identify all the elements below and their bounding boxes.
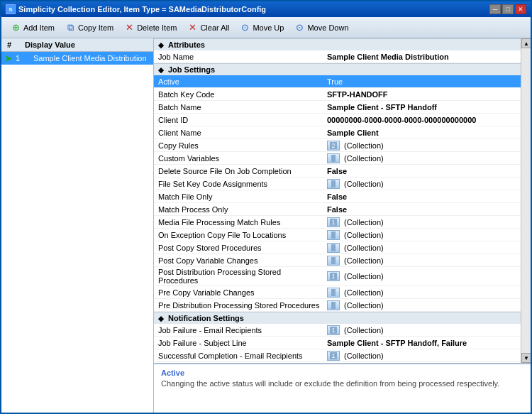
list-body: ➤ 1 Sample Client Media Distribution	[1, 52, 153, 413]
prop-batch-name-label: Batch Name	[154, 102, 324, 112]
right-panel: ◆ Attributes Job Name Sample Client Medi…	[154, 38, 531, 413]
collapse-attributes-icon[interactable]: ◆	[158, 41, 164, 49]
section-job-settings-label: Job Settings	[168, 65, 215, 74]
list-header: # Display Value	[1, 38, 153, 52]
prop-pre-copy-variable[interactable]: Pre Copy Variable Changes (Collection)	[154, 286, 521, 299]
scroll-down-button[interactable]: ▼	[521, 353, 531, 363]
move-down-label: Move Down	[307, 23, 348, 32]
delete-item-label: Delete Item	[137, 23, 177, 32]
bottom-info-title: Active	[161, 369, 523, 377]
prop-job-failure-subject[interactable]: Job Failure - Subject Line Sample Client…	[154, 337, 521, 349]
scroll-up-button[interactable]: ▲	[521, 38, 531, 48]
prop-pre-copy-variable-label: Pre Copy Variable Changes	[154, 288, 324, 298]
prop-on-exception-value: (Collection)	[324, 229, 521, 241]
prop-client-name-value: Sample Client	[324, 128, 521, 138]
pre-copy-variable-collection-btn[interactable]	[327, 288, 340, 298]
collapse-job-settings-icon[interactable]: ◆	[158, 66, 164, 74]
copy-rules-collection-btn[interactable]: 2	[327, 141, 340, 151]
prop-batch-name[interactable]: Batch Name Sample Client - SFTP Handoff	[154, 101, 521, 114]
collapse-notification-icon[interactable]: ◆	[158, 315, 164, 322]
section-notification: ◆ Notification Settings	[154, 312, 521, 324]
delete-item-button[interactable]: ✕ Delete Item	[119, 21, 181, 35]
prop-delete-source[interactable]: Delete Source File On Job Completion Fal…	[154, 165, 521, 178]
section-notification-label: Notification Settings	[168, 314, 244, 322]
prop-custom-variables-label: Custom Variables	[154, 153, 324, 163]
delete-icon: ✕	[123, 22, 135, 33]
window-controls: ─ □ ✕	[489, 4, 526, 14]
job-failure-email-collection-btn[interactable]: 1	[327, 325, 340, 335]
prop-file-set-key-label: File Set Key Code Assignments	[154, 179, 324, 189]
prop-pre-copy-variable-value: (Collection)	[324, 287, 521, 298]
prop-match-file-only-value: False	[324, 192, 521, 202]
prop-match-file-only-label: Match File Only	[154, 192, 324, 202]
title-bar: S Simplicity Collection Editor, Item Typ…	[1, 1, 531, 17]
prop-match-process-only-label: Match Process Only	[154, 205, 324, 214]
add-item-button[interactable]: ⊕ Add Item	[6, 21, 59, 35]
prop-client-id[interactable]: Client ID 00000000-0000-0000-0000-000000…	[154, 114, 521, 126]
copy-item-button[interactable]: ⧉ Copy Item	[60, 21, 118, 35]
scroll-track	[521, 48, 531, 353]
minimize-button[interactable]: ─	[489, 4, 501, 14]
prop-match-file-only[interactable]: Match File Only False	[154, 190, 521, 203]
prop-batch-key-code[interactable]: Batch Key Code SFTP-HANDOFF	[154, 88, 521, 101]
main-content: # Display Value ➤ 1 Sample Client Media …	[1, 38, 531, 413]
prop-custom-variables[interactable]: Custom Variables (Collection)	[154, 152, 521, 165]
prop-job-failure-subject-label: Job Failure - Subject Line	[154, 338, 324, 348]
custom-variables-collection-btn[interactable]	[327, 153, 340, 163]
prop-success-email-label: Successful Completion - Email Recipients	[154, 351, 324, 361]
move-up-button[interactable]: ⊙ Move Up	[235, 21, 288, 35]
prop-post-copy-stored[interactable]: Post Copy Stored Procedures (Collection)	[154, 241, 521, 254]
properties-area: ◆ Attributes Job Name Sample Client Medi…	[154, 38, 521, 363]
bottom-info-description: Changing the active status will include …	[161, 379, 523, 388]
close-button[interactable]: ✕	[515, 4, 526, 14]
prop-pre-dist-stored[interactable]: Pre Distribution Processing Stored Proce…	[154, 299, 521, 312]
list-item[interactable]: ➤ 1 Sample Client Media Distribution	[1, 52, 153, 65]
move-down-button[interactable]: ⊙ Move Down	[289, 21, 353, 35]
prop-post-copy-variable[interactable]: Post Copy Variable Changes (Collection)	[154, 254, 521, 267]
window-title: Simplicity Collection Editor, Item Type …	[18, 5, 266, 13]
prop-media-match-rules[interactable]: Media File Processing Match Rules 1 (Col…	[154, 216, 521, 229]
left-panel: # Display Value ➤ 1 Sample Client Media …	[1, 38, 154, 413]
file-set-collection-btn[interactable]	[327, 179, 340, 189]
row-number: 1	[16, 54, 33, 62]
prop-pre-dist-stored-label: Pre Distribution Processing Stored Proce…	[154, 300, 324, 310]
prop-client-name[interactable]: Client Name Sample Client	[154, 126, 521, 139]
prop-job-failure-email-value: 1 (Collection)	[324, 325, 521, 336]
clear-all-button[interactable]: ✕ Clear All	[182, 21, 233, 35]
prop-post-dist-stored[interactable]: Post Distribution Processing Stored Proc…	[154, 267, 521, 286]
prop-file-set-key[interactable]: File Set Key Code Assignments (Collectio…	[154, 178, 521, 190]
on-exception-collection-btn[interactable]	[327, 230, 340, 240]
main-window: S Simplicity Collection Editor, Item Typ…	[0, 0, 532, 414]
prop-copy-rules[interactable]: Copy Rules 2 (Collection)	[154, 139, 521, 152]
prop-batch-key-code-value: SFTP-HANDOFF	[324, 89, 521, 99]
prop-job-name: Job Name Sample Client Media Distributio…	[154, 50, 521, 63]
prop-job-failure-subject-value: Sample Client - SFTP Handoff, Failure	[324, 338, 521, 348]
prop-active[interactable]: Active True	[154, 75, 521, 88]
prop-success-email-value: 1 (Collection)	[324, 350, 521, 361]
maximize-button[interactable]: □	[502, 4, 514, 14]
copy-item-label: Copy Item	[78, 23, 113, 32]
prop-on-exception[interactable]: On Exception Copy File To Locations (Col…	[154, 229, 521, 241]
prop-on-exception-label: On Exception Copy File To Locations	[154, 230, 324, 240]
pre-dist-stored-collection-btn[interactable]	[327, 300, 340, 310]
prop-match-process-only[interactable]: Match Process Only False	[154, 203, 521, 216]
success-email-collection-btn[interactable]: 1	[327, 351, 340, 361]
col-hash: #	[4, 40, 22, 50]
prop-file-set-key-value: (Collection)	[324, 178, 521, 190]
prop-post-copy-variable-value: (Collection)	[324, 255, 521, 266]
media-match-rules-collection-btn[interactable]: 1	[327, 217, 340, 227]
prop-job-failure-email-label: Job Failure - Email Recipients	[154, 325, 324, 335]
bottom-info-panel: Active Changing the active status will i…	[154, 363, 531, 413]
prop-client-name-label: Client Name	[154, 128, 324, 138]
post-copy-stored-collection-btn[interactable]	[327, 243, 340, 253]
post-dist-stored-collection-btn[interactable]: 1	[327, 271, 340, 281]
prop-job-failure-email[interactable]: Job Failure - Email Recipients 1 (Collec…	[154, 324, 521, 337]
prop-media-match-rules-label: Media File Processing Match Rules	[154, 217, 324, 227]
post-copy-variable-collection-btn[interactable]	[327, 256, 340, 266]
section-attributes: ◆ Attributes	[154, 38, 521, 50]
prop-post-copy-stored-label: Post Copy Stored Procedures	[154, 243, 324, 253]
prop-success-email[interactable]: Successful Completion - Email Recipients…	[154, 349, 521, 362]
prop-client-id-label: Client ID	[154, 115, 324, 125]
app-icon: S	[6, 4, 16, 14]
move-down-icon: ⊙	[294, 22, 305, 33]
